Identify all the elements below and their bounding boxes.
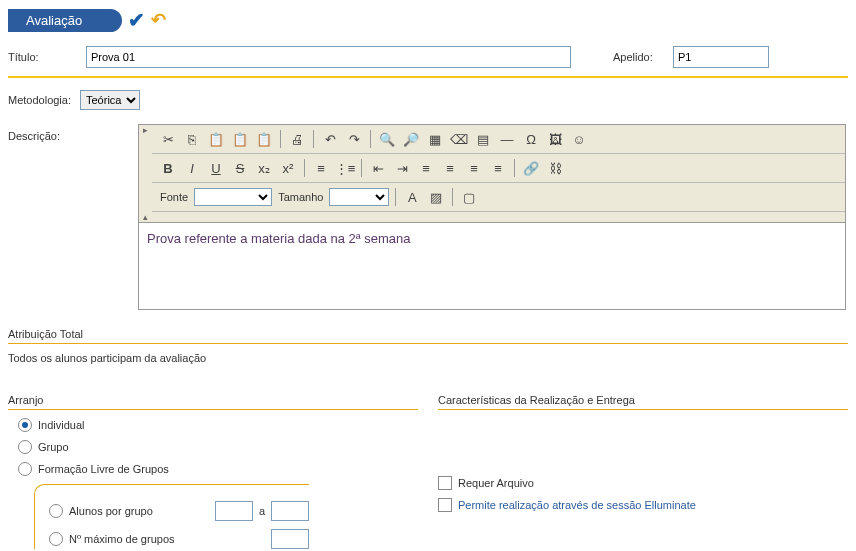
paste-icon[interactable]: 📋 [206,129,226,149]
metodologia-select[interactable]: Teórica [80,90,140,110]
smiley-icon[interactable]: ☺ [569,129,589,149]
confirm-icon[interactable]: ✔ [128,8,145,32]
permite-elluminate-checkbox[interactable] [438,498,452,512]
radio-individual[interactable] [18,418,32,432]
collapse-icon[interactable]: ▸ [139,125,152,212]
max-grupos-input[interactable] [271,529,309,549]
underline-icon[interactable]: U [206,158,226,178]
permite-elluminate-label[interactable]: Permite realização através de sessão Ell… [458,499,696,511]
fonte-label: Fonte [158,191,190,203]
align-center-icon[interactable]: ≡ [440,158,460,178]
bold-icon[interactable]: B [158,158,178,178]
align-right-icon[interactable]: ≡ [464,158,484,178]
hr-icon[interactable]: — [497,129,517,149]
link-icon[interactable]: 🔗 [521,158,541,178]
titulo-input[interactable] [86,46,571,68]
unlink-icon[interactable]: ⛓ [545,158,565,178]
ol-icon[interactable]: ≡ [311,158,331,178]
undo-toolbar-icon[interactable]: ↶ [320,129,340,149]
italic-icon[interactable]: I [182,158,202,178]
apelido-label: Apelido: [613,51,661,63]
special-char-icon[interactable]: Ω [521,129,541,149]
subscript-icon[interactable]: x₂ [254,158,274,178]
outdent-icon[interactable]: ⇤ [368,158,388,178]
clear-format-icon[interactable]: ⌫ [449,129,469,149]
radio-formacao[interactable] [18,462,32,476]
align-justify-icon[interactable]: ≡ [488,158,508,178]
redo-toolbar-icon[interactable]: ↷ [344,129,364,149]
strike-icon[interactable]: S [230,158,250,178]
paste-text-icon[interactable]: 📋 [230,129,250,149]
tab-avaliacao: Avaliação [8,9,122,32]
print-icon[interactable]: 🖨 [287,129,307,149]
select-all-icon[interactable]: ▦ [425,129,445,149]
radio-grupo-label: Grupo [38,441,69,453]
editor-content[interactable]: Prova referente a materia dada na 2ª sem… [139,222,845,309]
alunos-por-grupo-label: Alunos por grupo [69,505,153,517]
radio-max-grupos[interactable] [49,532,63,546]
descricao-label: Descrição: [8,124,74,310]
editor-toolbar-1: ✂ ⎘ 📋 📋 📋 🖨 ↶ ↷ 🔍 🔎 ▦ ⌫ [152,125,845,154]
fonte-select[interactable] [194,188,272,206]
caracteristicas-title: Características da Realização e Entrega [438,394,848,406]
titulo-label: Título: [8,51,74,63]
tamanho-select[interactable] [329,188,389,206]
indent-icon[interactable]: ⇥ [392,158,412,178]
radio-individual-label: Individual [38,419,84,431]
radio-formacao-label: Formação Livre de Grupos [38,463,169,475]
bg-color-icon[interactable]: ▨ [426,187,446,207]
editor-toolbar-2: B I U S x₂ x² ≡ ⋮≡ ⇤ ⇥ ≡ ≡ ≡ [152,154,845,183]
tamanho-label: Tamanho [276,191,325,203]
cut-icon[interactable]: ✂ [158,129,178,149]
alunos-max-input[interactable] [271,501,309,521]
atribuicao-title: Atribuição Total [8,328,848,340]
atribuicao-text: Todos os alunos participam da avaliação [8,352,848,364]
align-left-icon[interactable]: ≡ [416,158,436,178]
collapse-bottom-icon[interactable]: ▴ [139,212,152,222]
radio-alunos-por-grupo[interactable] [49,504,63,518]
superscript-icon[interactable]: x² [278,158,298,178]
a-label: a [259,505,265,517]
find-icon[interactable]: 🔍 [377,129,397,149]
copy-icon[interactable]: ⎘ [182,129,202,149]
alunos-min-input[interactable] [215,501,253,521]
metodologia-label: Metodologia: [8,94,74,106]
apelido-input[interactable] [673,46,769,68]
paste-word-icon[interactable]: 📋 [254,129,274,149]
radio-grupo[interactable] [18,440,32,454]
arranjo-title: Arranjo [8,394,418,406]
source-icon[interactable]: ▢ [459,187,479,207]
text-color-icon[interactable]: A [402,187,422,207]
editor-toolbar-3: Fonte Tamanho A ▨ ▢ [152,183,845,212]
undo-icon[interactable]: ↶ [151,9,166,31]
replace-icon[interactable]: 🔎 [401,129,421,149]
requer-arquivo-checkbox[interactable] [438,476,452,490]
rich-editor: ▸ ✂ ⎘ 📋 📋 📋 🖨 ↶ ↷ 🔍 [138,124,846,310]
table-icon[interactable]: ▤ [473,129,493,149]
max-grupos-label: Nº máximo de grupos [69,533,175,545]
ul-icon[interactable]: ⋮≡ [335,158,355,178]
requer-arquivo-label: Requer Arquivo [458,477,534,489]
image-icon[interactable]: 🖼 [545,129,565,149]
